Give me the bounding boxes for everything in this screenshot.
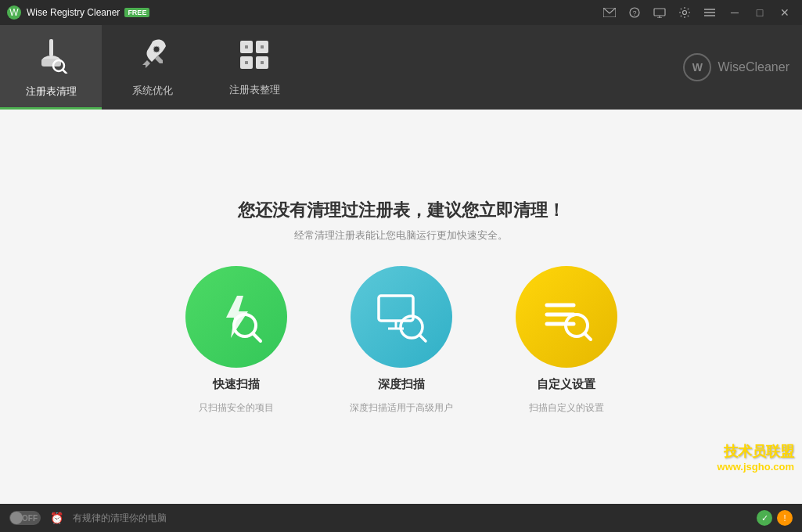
deep-scan-circle xyxy=(351,266,452,368)
toolbar: 注册表清理 系统优化 xyxy=(0,25,802,110)
svg-rect-23 xyxy=(261,45,264,49)
watermark-top-text: 技术员联盟 xyxy=(717,442,794,461)
tab-registry-clean[interactable]: 注册表清理 xyxy=(0,25,102,110)
svg-rect-12 xyxy=(49,39,53,56)
deep-scan-desc: 深度扫描适用于高级用户 xyxy=(350,401,453,415)
title-right: ? ─ □ ✕ xyxy=(599,2,796,23)
svg-line-16 xyxy=(63,70,67,74)
minimize-btn[interactable]: ─ xyxy=(724,2,746,23)
watermark-bottom-text: www.jsgho.com xyxy=(717,461,794,473)
status-text: 有规律的清理你的电脑 xyxy=(73,512,167,525)
svg-line-32 xyxy=(419,335,426,341)
mail-icon-btn[interactable] xyxy=(599,2,620,23)
wisecleaner-logo-text: WiseCleaner xyxy=(717,60,789,74)
system-optimize-icon xyxy=(135,37,171,77)
title-left: W Wise Registry Cleaner FREE xyxy=(6,5,149,20)
free-badge: FREE xyxy=(124,8,149,17)
fast-scan-option[interactable]: 快速扫描 只扫描安全的项目 xyxy=(185,266,287,415)
registry-clean-icon xyxy=(32,36,70,78)
title-bar: W Wise Registry Cleaner FREE ? ─ □ ✕ xyxy=(0,0,802,25)
tab-registry-clean-label: 注册表清理 xyxy=(26,84,77,99)
tab-registry-defrag[interactable]: 注册表整理 xyxy=(203,25,305,110)
maximize-btn[interactable]: □ xyxy=(749,2,771,23)
status-icon-orange: ! xyxy=(777,510,793,526)
main-heading: 您还没有清理过注册表，建议您立即清理！ xyxy=(238,199,565,222)
schedule-toggle[interactable]: OFF xyxy=(9,511,41,525)
status-right-icons: ✓ ! xyxy=(757,510,793,526)
watermark: 技术员联盟 www.jsgho.com xyxy=(717,442,794,473)
close-btn[interactable]: ✕ xyxy=(774,2,796,23)
svg-rect-25 xyxy=(261,61,264,64)
status-icon-green: ✓ xyxy=(757,510,772,526)
settings-icon-btn[interactable] xyxy=(674,2,696,23)
custom-settings-desc: 扫描自定义的设置 xyxy=(529,401,604,415)
help-icon-btn[interactable]: ? xyxy=(624,2,646,23)
svg-text:?: ? xyxy=(632,9,636,17)
status-bar: OFF ⏰ 有规律的清理你的电脑 ✓ ! xyxy=(0,504,802,532)
svg-rect-24 xyxy=(245,61,248,64)
tab-registry-defrag-label: 注册表整理 xyxy=(229,83,280,97)
monitor-icon-btn[interactable] xyxy=(649,2,671,23)
svg-text:W: W xyxy=(9,7,19,18)
custom-settings-label: 自定义设置 xyxy=(537,377,595,392)
main-content: 您还没有清理过注册表，建议您立即清理！ 经常清理注册表能让您电脑运行更加快速安全… xyxy=(0,110,802,504)
scan-options: 快速扫描 只扫描安全的项目 深度扫描 深度扫描适用于高级用户 xyxy=(185,266,617,415)
svg-point-17 xyxy=(153,46,160,52)
clock-icon: ⏰ xyxy=(50,512,63,524)
wisecleaner-logo-circle: W xyxy=(683,53,711,81)
deep-scan-label: 深度扫描 xyxy=(378,377,425,392)
app-icon: W xyxy=(6,5,22,20)
custom-settings-circle xyxy=(516,266,617,368)
svg-line-27 xyxy=(253,333,261,341)
custom-settings-option[interactable]: 自定义设置 扫描自定义的设置 xyxy=(516,266,617,415)
main-subheading: 经常清理注册表能让您电脑运行更加快速安全。 xyxy=(294,228,508,243)
deep-scan-option[interactable]: 深度扫描 深度扫描适用于高级用户 xyxy=(350,266,453,415)
toggle-off-label: OFF xyxy=(22,514,38,523)
svg-point-8 xyxy=(683,11,687,15)
app-title: Wise Registry Cleaner xyxy=(27,7,120,18)
svg-rect-22 xyxy=(245,45,248,49)
menu-icon-btn[interactable] xyxy=(699,2,721,23)
fast-scan-label: 快速扫描 xyxy=(213,377,260,392)
registry-defrag-icon xyxy=(237,38,272,77)
toggle-knob xyxy=(10,512,23,524)
svg-line-37 xyxy=(584,333,591,340)
tab-system-optimize[interactable]: 系统优化 xyxy=(102,25,203,110)
fast-scan-desc: 只扫描安全的项目 xyxy=(199,401,274,415)
wisecleaner-logo: W WiseCleaner xyxy=(683,53,789,81)
svg-rect-5 xyxy=(654,9,665,16)
tab-system-optimize-label: 系统优化 xyxy=(132,84,173,98)
fast-scan-circle xyxy=(185,266,287,368)
